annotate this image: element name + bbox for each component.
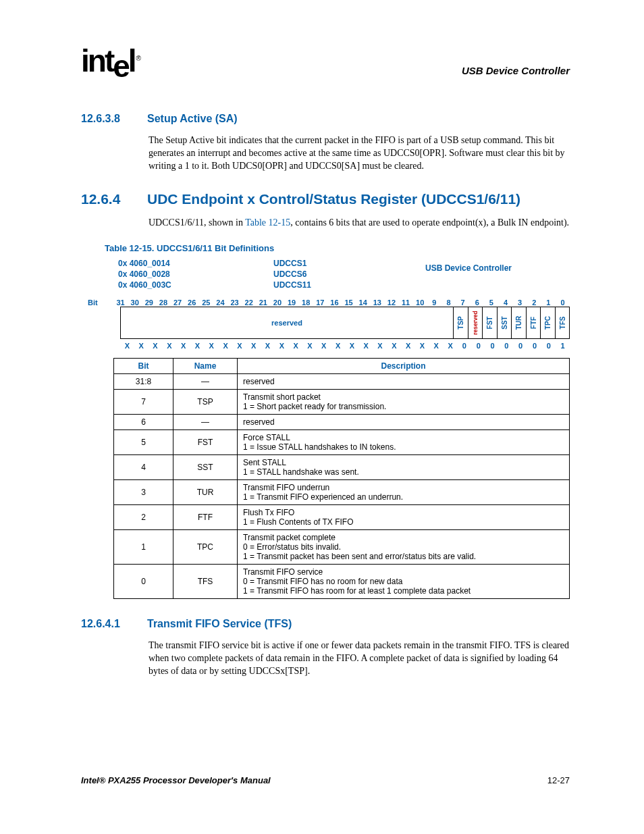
bit-number: 18 (299, 298, 313, 307)
bit-number: 3 (513, 298, 527, 307)
reset-value: 0 (514, 342, 528, 350)
bit-number: 8 (441, 298, 456, 307)
bit-number: 0 (556, 298, 570, 307)
table-row: 0TFSTransmit FIFO service 0 = Transmit F… (114, 565, 570, 599)
reset-value: X (345, 342, 359, 350)
reset-value: X (401, 342, 415, 350)
reset-value: X (246, 342, 261, 350)
reset-value: 1 (556, 342, 570, 350)
bit-number: 29 (142, 298, 156, 307)
reset-value: X (331, 342, 345, 350)
section-heading-12-6-4: 12.6.4UDC Endpoint x Control/Status Regi… (81, 191, 570, 207)
register-addresses: 0x 4060_0014 0x 4060_0028 0x 4060_003C (118, 259, 273, 290)
bit-number: 9 (427, 298, 441, 307)
section-12-6-3-8-body: The Setup Active bit indicates that the … (149, 134, 570, 173)
footer-page-number: 12-27 (547, 775, 570, 785)
page-header: intel® USB Device Controller (81, 49, 570, 79)
reset-value: X (149, 342, 163, 350)
bit-number: 12 (384, 298, 398, 307)
bit-number: 16 (327, 298, 342, 307)
bit-number: 23 (227, 298, 242, 307)
reset-value: X (233, 342, 247, 350)
bit-number: 25 (199, 298, 213, 307)
reset-value: X (415, 342, 429, 350)
reset-value: 0 (528, 342, 542, 350)
section-12-6-4-1-body: The transmit FIFO service bit is active … (149, 640, 570, 678)
bit-number: 26 (185, 298, 199, 307)
reset-value: 0 (541, 342, 556, 350)
reset-value: X (317, 342, 331, 350)
bit-number: 19 (285, 298, 299, 307)
register-address-block: 0x 4060_0014 0x 4060_0028 0x 4060_003C U… (118, 259, 570, 290)
bit-number: 28 (156, 298, 170, 307)
bit-row-label: Bit (88, 298, 113, 307)
reset-value: X (205, 342, 219, 350)
page-footer: Intel® PXA255 Processor Developer's Manu… (81, 775, 570, 785)
register-module: USB Device Controller (425, 259, 570, 290)
bit-number: 1 (541, 298, 556, 307)
reset-value: X (359, 342, 373, 350)
reset-value: X (387, 342, 401, 350)
reset-value: 0 (500, 342, 514, 350)
reset-value: X (120, 342, 134, 350)
bit-number: 30 (128, 298, 142, 307)
section-heading-12-6-4-1: 12.6.4.1Transmit FIFO Service (TFS) (81, 618, 570, 630)
reset-value: 0 (485, 342, 500, 350)
register-names: UDCCS1 UDCCS6 UDCCS11 (273, 259, 425, 290)
reset-value: X (134, 342, 149, 350)
table-row: 5FSTForce STALL 1 = Issue STALL handshak… (114, 430, 570, 455)
reset-value: X (289, 342, 303, 350)
reset-value: X (303, 342, 317, 350)
reset-value: X (275, 342, 289, 350)
bit-number: 11 (399, 298, 413, 307)
bit-field-boxes: reserved TSP reserved FST SST TUR FTF TP… (120, 307, 570, 339)
section-heading-12-6-3-8: 12.6.3.8Setup Active (SA) (81, 113, 570, 125)
table-row: 4SSTSent STALL 1 = STALL handshake was s… (114, 455, 570, 480)
table-12-15-link[interactable]: Table 12-15 (245, 217, 290, 228)
bit-number: 14 (356, 298, 370, 307)
bit-number: 7 (456, 298, 470, 307)
table-row: 3TURTransmit FIFO underrun 1 = Transmit … (114, 480, 570, 505)
reset-value: 0 (458, 342, 472, 350)
reset-value: X (444, 342, 458, 350)
bit-number: 10 (413, 298, 427, 307)
bit-number: 24 (213, 298, 227, 307)
reset-value-row: XXXXXXXXXXXXXXXXXXXXXXXX00000001 (88, 342, 570, 350)
bit-number: 21 (256, 298, 270, 307)
section-12-6-4-body: UDCCS1/6/11, shown in Table 12-15, conta… (149, 217, 570, 230)
bit-number: 15 (342, 298, 356, 307)
bit-number: 2 (527, 298, 541, 307)
bit-number: 5 (484, 298, 498, 307)
intel-logo: intel® (81, 49, 141, 79)
bit-layout: Bit 313029282726252423222120191817161514… (88, 298, 570, 350)
reset-value: X (373, 342, 387, 350)
chapter-title: USB Device Controller (462, 65, 570, 76)
table-12-15-caption: Table 12-15. UDCCS1/6/11 Bit Definitions (105, 243, 570, 253)
reset-value: X (261, 342, 275, 350)
reset-value: X (190, 342, 205, 350)
bit-number: 20 (270, 298, 284, 307)
reset-value: X (162, 342, 176, 350)
bit-number: 13 (370, 298, 384, 307)
table-row: 7TSPTransmit short packet 1 = Short pack… (114, 390, 570, 415)
reset-value: X (429, 342, 444, 350)
table-row: 2FTFFlush Tx FIFO 1 = Flush Contents of … (114, 505, 570, 530)
reset-value: X (176, 342, 190, 350)
bit-number: 22 (242, 298, 256, 307)
bit-number: 4 (498, 298, 512, 307)
table-row: 6—reserved (114, 415, 570, 430)
reset-value: 0 (471, 342, 485, 350)
bit-definition-table: Bit Name Description 31:8—reserved7TSPTr… (113, 358, 570, 599)
bit-number: 6 (470, 298, 484, 307)
reset-value: X (219, 342, 233, 350)
bit-number: 17 (313, 298, 327, 307)
bit-number: 31 (113, 298, 128, 307)
table-row: 1TPCTransmit packet complete 0 = Error/s… (114, 530, 570, 565)
table-row: 31:8—reserved (114, 374, 570, 390)
footer-manual-title: Intel® PXA255 Processor Developer's Manu… (81, 775, 271, 785)
bit-number: 27 (171, 298, 185, 307)
